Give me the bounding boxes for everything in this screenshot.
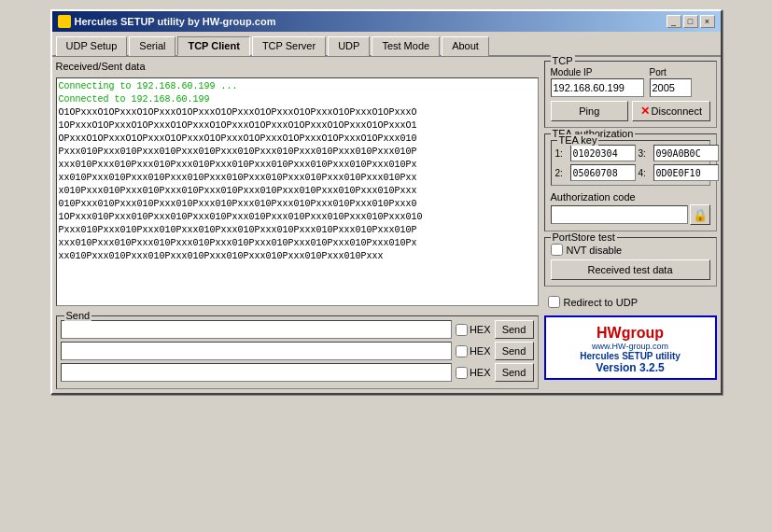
tcp-button-row: Ping ✕ Disconnect — [551, 101, 710, 121]
tab-about[interactable]: About — [442, 36, 489, 56]
logo-hercules: Hercules SETUP utility — [552, 351, 709, 361]
tea-group: TEA authorization TEA key 1: 3: 2 — [544, 133, 717, 231]
redirect-row: Redirect to UDP — [544, 292, 717, 312]
minimize-button[interactable]: _ — [667, 15, 681, 28]
tea-key-num-4: 4: — [639, 168, 652, 178]
right-panel: TCP Module IP Port Ping ✕ Disconne — [544, 61, 717, 312]
logo-section: HWgroup www.HW-group.com Hercules SETUP … — [544, 315, 717, 389]
maximize-button[interactable]: □ — [683, 15, 698, 28]
send-button-1[interactable]: Send — [495, 320, 534, 339]
send-input-3[interactable] — [61, 363, 452, 382]
lock-button[interactable]: 🔒 — [690, 204, 710, 225]
title-buttons: _ □ × — [667, 15, 715, 28]
log-line-connecting: Connecting to 192.168.60.199 ... — [59, 80, 536, 93]
ping-button[interactable]: Ping — [551, 101, 629, 121]
send-input-2[interactable] — [61, 342, 452, 360]
send-row-1: HEX Send — [61, 320, 534, 339]
disconnect-x-icon: ✕ — [640, 105, 650, 118]
left-panel: Received/Sent data Connecting to 192.168… — [56, 61, 539, 312]
logo-www: www.HW-group.com — [552, 342, 709, 351]
send-button-3[interactable]: Send — [495, 363, 534, 382]
tea-key-num-2: 2: — [555, 168, 568, 178]
port-label: Port — [650, 67, 692, 77]
tea-key-grid: 1: 3: 2: 4: — [555, 145, 706, 181]
tea-key-input-2[interactable] — [570, 164, 636, 181]
tea-key-row-1: 1: — [555, 145, 636, 161]
received-sent-textarea[interactable]: Connecting to 192.168.60.199 ... Connect… — [56, 77, 539, 306]
log-line-connected: Connected to 192.168.60.199 — [59, 93, 536, 106]
tcp-group: TCP Module IP Port Ping ✕ Disconne — [544, 61, 717, 128]
bottom-area: Send HEX Send HEX Send — [52, 315, 721, 393]
port-group: Port — [650, 67, 692, 97]
hex-label-1: HEX — [470, 324, 491, 335]
tea-key-input-1[interactable] — [570, 145, 636, 161]
tea-key-num-3: 3: — [639, 148, 652, 159]
tab-bar: UDP Setup Serial TCP Client TCP Server U… — [52, 32, 721, 57]
redirect-udp-checkbox[interactable] — [548, 296, 560, 308]
close-button[interactable]: × — [700, 15, 715, 28]
auth-code-input[interactable] — [551, 205, 688, 224]
tea-key-row-2: 2: — [555, 164, 636, 181]
tea-key-input-3[interactable] — [653, 145, 719, 161]
tea-key-row-4: 4: — [639, 164, 719, 181]
hex-check-1: HEX — [456, 324, 491, 336]
hex-label-2: HEX — [470, 345, 491, 357]
hex-check-2: HEX — [456, 345, 491, 357]
tab-serial[interactable]: Serial — [129, 36, 175, 56]
tea-key-group-label: TEA key — [557, 134, 599, 146]
module-ip-group: Module IP — [551, 67, 644, 97]
nvt-disable-checkbox[interactable] — [551, 244, 563, 256]
ip-port-row: Module IP Port — [551, 67, 710, 97]
received-sent-label: Received/Sent data — [56, 61, 539, 72]
hex-label-3: HEX — [470, 367, 491, 378]
redirect-udp-label: Redirect to UDP — [564, 297, 638, 308]
tea-key-row-3: 3: — [639, 145, 719, 161]
tcp-group-label: TCP — [551, 55, 575, 66]
nvt-row: NVT disable — [551, 244, 710, 256]
portstore-group-label: PortStore test — [551, 231, 617, 243]
logo-hw: HWgroup — [552, 321, 709, 342]
portstore-group: PortStore test NVT disable Received test… — [544, 237, 717, 287]
logo-box: HWgroup www.HW-group.com Hercules SETUP … — [544, 315, 717, 380]
main-window: Hercules SETUP utility by HW-group.com _… — [50, 9, 723, 395]
logo-hw-text: HW — [597, 325, 622, 341]
hex-checkbox-1[interactable] — [456, 324, 468, 336]
tab-tcp-server[interactable]: TCP Server — [252, 36, 326, 56]
auth-code-row: 🔒 — [551, 204, 710, 225]
tea-key-num-1: 1: — [555, 148, 568, 159]
title-bar-text: Hercules SETUP utility by HW-group.com — [58, 15, 276, 28]
tab-udp-setup[interactable]: UDP Setup — [56, 36, 128, 56]
disconnect-button[interactable]: ✕ Disconnect — [632, 101, 710, 121]
tab-udp[interactable]: UDP — [328, 36, 370, 56]
tea-key-input-4[interactable] — [653, 164, 719, 181]
send-row-3: HEX Send — [61, 363, 534, 382]
disconnect-label: Disconnect — [652, 105, 702, 117]
hex-check-3: HEX — [456, 367, 491, 379]
logo-version: Version 3.2.5 — [552, 361, 709, 374]
tab-test-mode[interactable]: Test Mode — [372, 36, 440, 56]
window-title: Hercules SETUP utility by HW-group.com — [75, 16, 276, 27]
port-input[interactable] — [650, 78, 692, 97]
send-group-label: Send — [64, 310, 92, 321]
send-section: Send HEX Send HEX Send — [56, 315, 539, 389]
send-group-box: Send HEX Send HEX Send — [56, 315, 539, 389]
tea-key-group: TEA key 1: 3: 2: — [551, 140, 710, 186]
title-bar: Hercules SETUP utility by HW-group.com _… — [52, 11, 721, 32]
logo-group-text: group — [622, 325, 664, 341]
send-input-1[interactable] — [61, 320, 452, 339]
hex-checkbox-2[interactable] — [456, 345, 468, 357]
app-icon — [58, 15, 71, 28]
send-row-2: HEX Send — [61, 342, 534, 360]
send-button-2[interactable]: Send — [495, 342, 534, 360]
tab-tcp-client[interactable]: TCP Client — [177, 36, 249, 56]
received-test-button[interactable]: Received test data — [551, 259, 710, 280]
module-ip-label: Module IP — [551, 67, 644, 77]
log-data: O1OPxxxO1OPxxxO1OPxxxO1OPxxxO1OPxxxO1OPx… — [59, 106, 536, 263]
module-ip-input[interactable] — [551, 78, 644, 97]
nvt-disable-label: NVT disable — [567, 245, 623, 256]
hex-checkbox-3[interactable] — [456, 367, 468, 379]
auth-code-label: Authorization code — [551, 191, 710, 203]
main-content: Received/Sent data Connecting to 192.168… — [52, 57, 721, 315]
